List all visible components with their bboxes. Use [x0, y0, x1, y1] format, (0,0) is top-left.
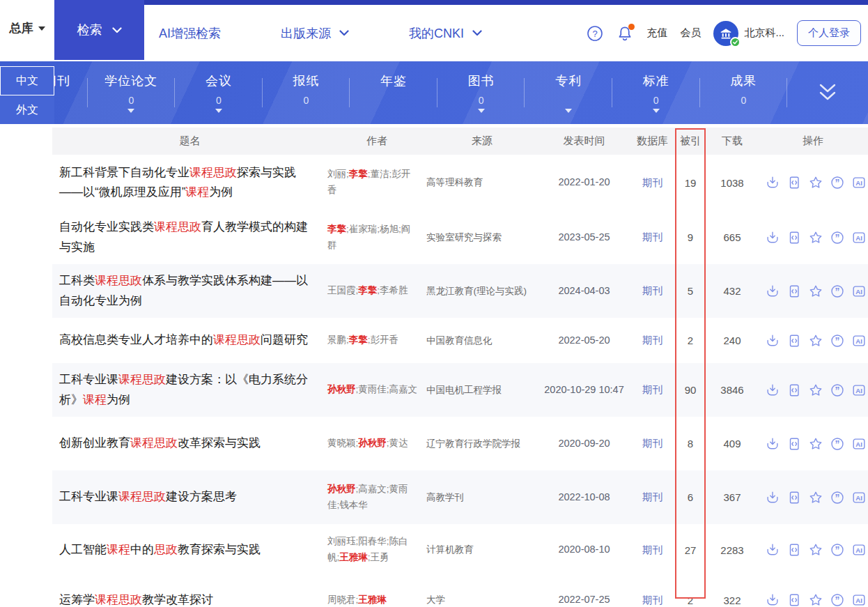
doc-type-tab-1[interactable]: 学位论文 0 — [88, 61, 176, 124]
download-icon[interactable] — [765, 592, 780, 607]
doc-type-tab-3[interactable]: 报纸 0 — [263, 61, 350, 124]
html-read-icon[interactable] — [786, 592, 802, 607]
table-row[interactable]: 新工科背景下自动化专业课程思政探索与实践——以“微机原理及应用”课程为例 刘丽;… — [52, 155, 868, 210]
nav-item-2[interactable]: 我的CNKI — [409, 25, 482, 42]
result-source-link[interactable]: 辽宁教育行政学院学报 — [426, 436, 538, 452]
header-source[interactable]: 来源 — [426, 135, 538, 148]
result-authors[interactable]: 黄晓颖;孙秋野;黄达 — [327, 436, 426, 452]
recharge-link[interactable]: 充值 — [646, 26, 667, 40]
search-nav-tab[interactable]: 检索 — [54, 0, 144, 60]
download-icon[interactable] — [765, 490, 780, 505]
quote-icon[interactable]: ” — [830, 284, 845, 299]
result-source-link[interactable]: 高教学刊 — [426, 490, 538, 505]
header-title[interactable]: 题名 — [52, 135, 327, 148]
table-row[interactable]: 运筹学课程思政教学改革探讨 周晓君;王雅琳 大学 2022-07-25 期刊 2… — [52, 576, 868, 607]
result-database-link[interactable]: 期刊 — [630, 176, 674, 190]
result-database-link[interactable]: 期刊 — [630, 544, 674, 557]
result-authors[interactable]: 王国霞;李擎;李希胜 — [327, 283, 426, 299]
quote-icon[interactable]: ” — [830, 592, 845, 607]
quote-icon[interactable]: ” — [830, 175, 845, 190]
help-icon[interactable]: ? — [587, 25, 603, 42]
result-cited-count[interactable]: 2 — [674, 335, 706, 346]
result-database-link[interactable]: 期刊 — [630, 491, 674, 504]
result-cited-count[interactable]: 19 — [674, 177, 706, 189]
header-database[interactable]: 数据库 — [630, 135, 674, 148]
caret-down-icon[interactable] — [565, 109, 572, 113]
personal-login-button[interactable]: 个人登录 — [797, 20, 861, 46]
result-title-link[interactable]: 创新创业教育课程思政改革探索与实践 — [52, 428, 327, 459]
table-row[interactable]: 工科专业课课程思政建设方案思考 孙秋野;高嘉文;黄雨佳;钱本华 高教学刊 202… — [52, 470, 868, 524]
nav-item-0[interactable]: AI增强检索 — [159, 25, 221, 42]
result-cited-count[interactable]: 8 — [674, 438, 706, 450]
library-selector[interactable]: 总库 — [0, 0, 54, 56]
html-read-icon[interactable] — [786, 333, 802, 348]
result-authors[interactable]: 孙秋野;黄雨佳;高嘉文 — [327, 382, 426, 398]
download-icon[interactable] — [765, 542, 780, 558]
result-source-link[interactable]: 大学 — [426, 592, 538, 607]
result-source-link[interactable]: 黑龙江教育(理论与实践) — [426, 284, 538, 299]
result-cited-count[interactable]: 5 — [674, 285, 706, 297]
doc-type-tab-7[interactable]: 标准 0 — [612, 61, 700, 124]
result-source-link[interactable]: 高等理科教育 — [426, 175, 538, 190]
favorite-star-icon[interactable] — [808, 542, 823, 558]
quote-icon[interactable]: ” — [830, 333, 845, 348]
ai-icon[interactable]: AI — [851, 542, 867, 558]
result-database-link[interactable]: 期刊 — [630, 284, 674, 298]
html-read-icon[interactable] — [786, 490, 802, 505]
doc-type-tab-2[interactable]: 会议 0 — [175, 61, 263, 124]
result-database-link[interactable]: 期刊 — [630, 594, 674, 607]
result-title-link[interactable]: 工科专业课课程思政建设方案思考 — [52, 482, 327, 512]
nav-item-1[interactable]: 出版来源 — [281, 25, 349, 42]
header-download[interactable]: 下载 — [706, 135, 758, 148]
result-title-link[interactable]: 自动化专业实践类课程思政育人教学模式的构建与实施 — [52, 212, 327, 262]
table-row[interactable]: 高校信息类专业人才培养中的课程思政问题研究 景鹏;李擎;彭开香 中国教育信息化 … — [52, 318, 868, 363]
ai-icon[interactable]: AI — [851, 175, 867, 190]
result-authors[interactable]: 刘丽;李擎;董洁;彭开香 — [327, 167, 426, 199]
ai-icon[interactable]: AI — [851, 333, 867, 348]
result-title-link[interactable]: 新工科背景下自动化专业课程思政探索与实践——以“微机原理及应用”课程为例 — [52, 157, 327, 208]
result-cited-count[interactable]: 90 — [674, 384, 706, 396]
result-title-link[interactable]: 工科类课程思政体系与教学实践体系构建——以自动化专业为例 — [52, 266, 327, 316]
html-read-icon[interactable] — [786, 230, 802, 245]
result-authors[interactable]: 周晓君;王雅琳 — [327, 592, 426, 607]
ai-icon[interactable]: AI — [851, 436, 867, 452]
result-cited-count[interactable]: 27 — [674, 544, 706, 556]
favorite-star-icon[interactable] — [808, 592, 823, 607]
html-read-icon[interactable] — [786, 383, 802, 398]
table-row[interactable]: 工科类课程思政体系与教学实践体系构建——以自动化专业为例 王国霞;李擎;李希胜 … — [52, 264, 868, 318]
download-icon[interactable] — [765, 230, 780, 245]
result-title-link[interactable]: 工科专业课课程思政建设方案：以《电力系统分析》课程为例 — [52, 364, 327, 415]
quote-icon[interactable]: ” — [830, 436, 845, 452]
download-icon[interactable] — [765, 175, 780, 190]
result-authors[interactable]: 孙秋野;高嘉文;黄雨佳;钱本华 — [327, 482, 426, 514]
result-database-link[interactable]: 期刊 — [630, 334, 674, 347]
table-row[interactable]: 人工智能课程中的思政教育探索与实践 刘丽珏;阳春华;陈白帆;王雅琳;王勇 计算机… — [52, 524, 868, 576]
result-source-link[interactable]: 计算机教育 — [426, 542, 538, 558]
download-icon[interactable] — [765, 284, 780, 299]
caret-down-icon[interactable] — [478, 109, 485, 113]
quote-icon[interactable]: ” — [830, 542, 845, 558]
member-link[interactable]: 会员 — [680, 26, 701, 40]
favorite-star-icon[interactable] — [808, 490, 823, 505]
caret-down-icon[interactable] — [215, 109, 222, 113]
institution-account[interactable]: 北京科... — [713, 21, 784, 46]
table-row[interactable]: 工科专业课课程思政建设方案：以《电力系统分析》课程为例 孙秋野;黄雨佳;高嘉文 … — [52, 363, 868, 417]
favorite-star-icon[interactable] — [808, 175, 823, 190]
caret-down-icon[interactable] — [653, 109, 660, 113]
result-title-link[interactable]: 高校信息类专业人才培养中的课程思政问题研究 — [52, 325, 327, 355]
ai-icon[interactable]: AI — [851, 383, 867, 398]
download-icon[interactable] — [765, 436, 780, 452]
html-read-icon[interactable] — [786, 542, 802, 558]
result-database-link[interactable]: 期刊 — [630, 231, 674, 244]
table-row[interactable]: 自动化专业实践类课程思政育人教学模式的构建与实施 李擎;崔家瑞;杨旭;阎群 实验… — [52, 210, 868, 264]
language-option-0[interactable]: 中文 — [0, 66, 54, 95]
html-read-icon[interactable] — [786, 436, 802, 452]
result-authors[interactable]: 李擎;崔家瑞;杨旭;阎群 — [327, 222, 426, 254]
header-authors[interactable]: 作者 — [327, 135, 426, 148]
html-read-icon[interactable] — [786, 175, 802, 190]
download-icon[interactable] — [765, 333, 780, 348]
language-option-1[interactable]: 外文 — [0, 95, 54, 125]
favorite-star-icon[interactable] — [808, 284, 823, 299]
result-title-link[interactable]: 运筹学课程思政教学改革探讨 — [52, 585, 327, 607]
doc-type-tab-8[interactable]: 成果 0 — [700, 61, 788, 124]
